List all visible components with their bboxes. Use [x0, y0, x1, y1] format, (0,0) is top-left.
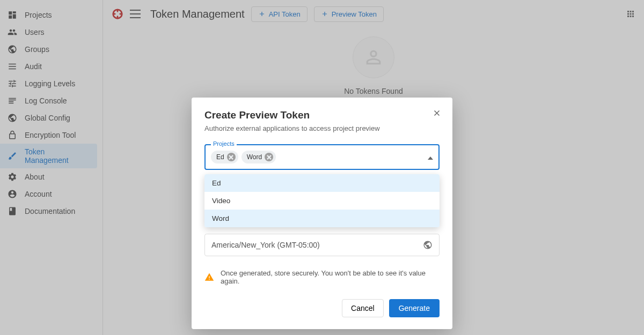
dropdown-option-video[interactable]: Video — [204, 192, 440, 210]
generate-button[interactable]: Generate — [389, 299, 440, 317]
chip-label: Ed — [216, 153, 224, 161]
chevron-up-icon — [428, 157, 433, 160]
dropdown-option-word[interactable]: Word — [204, 210, 440, 227]
timezone-field[interactable]: America/New_York (GMT-05:00) — [204, 234, 440, 256]
chip-remove-button[interactable] — [227, 153, 236, 161]
close-icon — [267, 155, 272, 160]
warning-text: Once generated, store securely. You won'… — [221, 269, 440, 285]
dialog-subtitle: Authorize external applications to acces… — [204, 124, 440, 132]
close-icon — [229, 155, 233, 160]
warning-icon — [204, 272, 214, 282]
chip-remove-button[interactable] — [265, 153, 273, 161]
dropdown-toggle[interactable] — [428, 153, 433, 161]
chip-label: Word — [247, 153, 262, 161]
chip-word: Word — [241, 151, 276, 163]
globe-icon — [423, 240, 433, 250]
warning-row: Once generated, store securely. You won'… — [204, 269, 440, 285]
close-button[interactable] — [432, 108, 442, 120]
projects-label: Projects — [211, 140, 237, 147]
dropdown-option-ed[interactable]: Ed — [204, 174, 440, 192]
close-icon — [432, 108, 442, 118]
chip-ed: Ed — [211, 151, 238, 163]
cancel-button[interactable]: Cancel — [342, 299, 384, 317]
timezone-value: America/New_York (GMT-05:00) — [211, 241, 320, 249]
dialog-title: Create Preview Token — [204, 109, 440, 121]
create-preview-token-dialog: Create Preview Token Authorize external … — [192, 98, 452, 329]
projects-field[interactable]: Projects Ed Word — [204, 144, 440, 170]
modal-overlay[interactable]: Create Preview Token Authorize external … — [0, 0, 644, 335]
projects-dropdown: Ed Video Word — [204, 174, 440, 227]
dialog-actions: Cancel Generate — [204, 299, 440, 317]
